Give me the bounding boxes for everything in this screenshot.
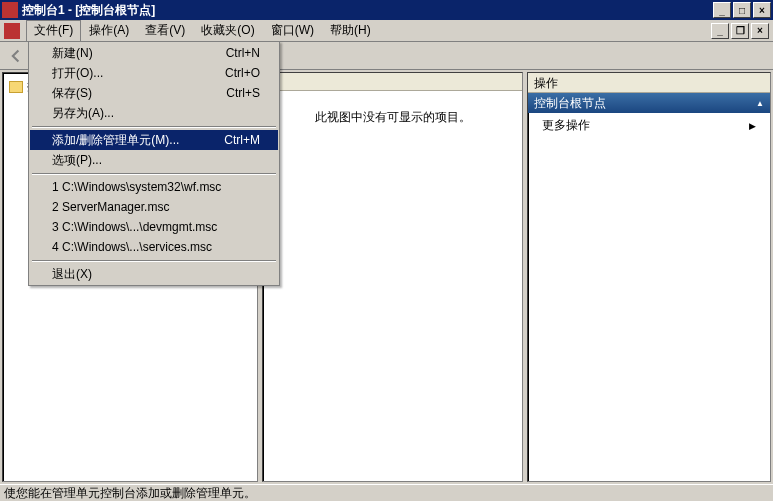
actions-pane: 操作 控制台根节点 ▲ 更多操作 ▶ bbox=[527, 72, 771, 482]
back-button[interactable] bbox=[6, 45, 28, 67]
menu-item-exit[interactable]: 退出(X) bbox=[30, 264, 278, 284]
menu-item-open[interactable]: 打开(O)... Ctrl+O bbox=[30, 63, 278, 83]
actions-more-label: 更多操作 bbox=[542, 117, 590, 134]
actions-header: 操作 bbox=[528, 73, 770, 93]
status-bar: 使您能在管理单元控制台添加或删除管理单元。 bbox=[0, 484, 773, 501]
column-header[interactable] bbox=[263, 73, 522, 91]
menu-item-recent-1[interactable]: 1 C:\Windows\system32\wf.msc bbox=[30, 177, 278, 197]
menu-item-save-as[interactable]: 另存为(A)... bbox=[30, 103, 278, 123]
menu-window[interactable]: 窗口(W) bbox=[263, 20, 322, 41]
submenu-arrow-icon: ▶ bbox=[749, 121, 756, 131]
menu-item-recent-4[interactable]: 4 C:\Windows\...\services.msc bbox=[30, 237, 278, 257]
collapse-icon: ▲ bbox=[756, 99, 764, 108]
status-text: 使您能在管理单元控制台添加或删除管理单元。 bbox=[4, 485, 256, 502]
app-icon bbox=[2, 2, 18, 18]
menu-item-save[interactable]: 保存(S) Ctrl+S bbox=[30, 83, 278, 103]
child-restore-button[interactable]: ❐ bbox=[731, 23, 749, 39]
document-icon bbox=[4, 23, 20, 39]
menu-bar: 文件(F) 操作(A) 查看(V) 收藏夹(O) 窗口(W) 帮助(H) _ ❐… bbox=[0, 20, 773, 42]
menu-item-new[interactable]: 新建(N) Ctrl+N bbox=[30, 43, 278, 63]
close-button[interactable]: × bbox=[753, 2, 771, 18]
window-title: 控制台1 - [控制台根节点] bbox=[22, 2, 713, 19]
folder-icon bbox=[9, 81, 23, 93]
file-dropdown-menu: 新建(N) Ctrl+N 打开(O)... Ctrl+O 保存(S) Ctrl+… bbox=[28, 41, 280, 286]
actions-section-label: 控制台根节点 bbox=[534, 95, 606, 112]
list-pane[interactable]: 此视图中没有可显示的项目。 bbox=[262, 72, 523, 482]
actions-more-item[interactable]: 更多操作 ▶ bbox=[528, 113, 770, 138]
menu-action[interactable]: 操作(A) bbox=[81, 20, 137, 41]
menu-separator bbox=[32, 260, 276, 261]
menu-item-options[interactable]: 选项(P)... bbox=[30, 150, 278, 170]
menu-item-recent-3[interactable]: 3 C:\Windows\...\devmgmt.msc bbox=[30, 217, 278, 237]
list-empty-text: 此视图中没有可显示的项目。 bbox=[263, 91, 522, 481]
menu-separator bbox=[32, 126, 276, 127]
actions-section-header[interactable]: 控制台根节点 ▲ bbox=[528, 93, 770, 113]
minimize-button[interactable]: _ bbox=[713, 2, 731, 18]
title-bar: 控制台1 - [控制台根节点] _ □ × bbox=[0, 0, 773, 20]
menu-item-recent-2[interactable]: 2 ServerManager.msc bbox=[30, 197, 278, 217]
menu-help[interactable]: 帮助(H) bbox=[322, 20, 379, 41]
menu-separator bbox=[32, 173, 276, 174]
child-minimize-button[interactable]: _ bbox=[711, 23, 729, 39]
child-close-button[interactable]: × bbox=[751, 23, 769, 39]
menu-favorites[interactable]: 收藏夹(O) bbox=[193, 20, 262, 41]
menu-item-add-remove-snapin[interactable]: 添加/删除管理单元(M)... Ctrl+M bbox=[30, 130, 278, 150]
mdi-child-buttons: _ ❐ × bbox=[711, 23, 769, 39]
menu-view[interactable]: 查看(V) bbox=[137, 20, 193, 41]
window-buttons: _ □ × bbox=[713, 2, 771, 18]
maximize-button[interactable]: □ bbox=[733, 2, 751, 18]
arrow-left-icon bbox=[10, 49, 24, 63]
menu-file[interactable]: 文件(F) bbox=[26, 20, 81, 41]
